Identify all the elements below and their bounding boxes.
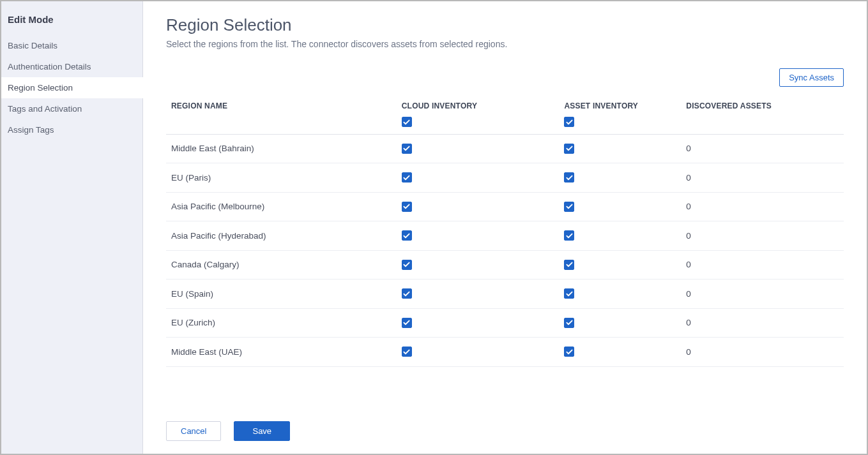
toolbar: Sync Assets [166,68,844,87]
asset-inventory-checkbox[interactable] [564,318,574,328]
sidebar-item-tags-and-activation[interactable]: Tags and Activation [1,98,142,119]
asset-inventory-checkbox[interactable] [564,172,574,183]
check-icon [566,261,573,268]
asset-inventory-checkbox[interactable] [564,347,574,357]
asset-inventory-cell [559,221,681,251]
table-row: Asia Pacific (Hyderabad)0 [166,221,844,251]
check-icon [403,174,410,181]
check-icon [403,261,410,268]
cloud-inventory-cell [397,192,560,221]
check-icon [403,203,410,210]
check-icon [566,203,573,210]
header-asset: ASSET INVENTORY [559,95,681,116]
region-name-cell: Middle East (UAE) [166,338,397,367]
save-button[interactable]: Save [234,421,290,441]
cloud-inventory-checkbox[interactable] [402,318,412,328]
select-all-asset-checkbox[interactable] [564,117,574,127]
check-icon [566,232,573,239]
region-name-cell: EU (Spain) [166,280,397,309]
check-icon [566,348,573,355]
check-icon [566,290,573,297]
region-table: REGION NAME CLOUD INVENTORY ASSET INVENT… [166,95,844,367]
table-row: Asia Pacific (Melbourne)0 [166,192,844,221]
check-icon [403,119,410,126]
sidebar-item-basic-details[interactable]: Basic Details [1,35,142,56]
check-icon [403,319,410,326]
asset-inventory-checkbox[interactable] [564,144,574,154]
page-title: Region Selection [166,15,844,35]
discovered-assets-cell: 0 [681,163,844,193]
region-name-cell: Asia Pacific (Melbourne) [166,192,397,221]
content-area: Region Selection Select the regions from… [143,1,867,410]
cancel-button[interactable]: Cancel [166,421,221,441]
cloud-inventory-cell [397,308,560,338]
asset-inventory-cell [559,250,681,280]
select-all-cloud-checkbox[interactable] [402,117,412,127]
cloud-inventory-checkbox[interactable] [402,230,412,241]
region-name-cell: Asia Pacific (Hyderabad) [166,221,397,251]
discovered-assets-cell: 0 [681,221,844,251]
cloud-inventory-cell [397,338,560,367]
check-icon [403,290,410,297]
asset-inventory-checkbox[interactable] [564,260,574,270]
cloud-inventory-cell [397,163,560,193]
asset-inventory-checkbox[interactable] [564,288,574,299]
header-region: REGION NAME [166,95,397,116]
table-row: EU (Zurich)0 [166,308,844,338]
check-icon [403,232,410,239]
check-icon [403,348,410,355]
header-discovered: DISCOVERED ASSETS [681,95,844,116]
region-name-cell: Canada (Calgary) [166,250,397,280]
footer: Cancel Save [143,410,867,454]
discovered-assets-cell: 0 [681,134,844,163]
cloud-inventory-cell [397,221,560,251]
asset-inventory-checkbox[interactable] [564,202,574,212]
cloud-inventory-checkbox[interactable] [402,144,412,154]
check-icon [566,119,573,126]
cloud-inventory-checkbox[interactable] [402,347,412,357]
discovered-assets-cell: 0 [681,308,844,338]
cloud-inventory-checkbox[interactable] [402,172,412,183]
check-icon [566,319,573,326]
sidebar-item-assign-tags[interactable]: Assign Tags [1,119,142,140]
sidebar-title: Edit Mode [1,5,142,35]
region-name-cell: EU (Paris) [166,163,397,193]
table-row: EU (Spain)0 [166,280,844,309]
sidebar-item-region-selection[interactable]: Region Selection [1,77,142,98]
cloud-inventory-checkbox[interactable] [402,260,412,270]
discovered-assets-cell: 0 [681,280,844,309]
check-icon [566,145,573,152]
table-row: EU (Paris)0 [166,163,844,193]
table-scroll[interactable]: REGION NAME CLOUD INVENTORY ASSET INVENT… [166,94,844,373]
asset-inventory-cell [559,280,681,309]
header-cloud: CLOUD INVENTORY [397,95,560,116]
cloud-inventory-cell [397,280,560,309]
table-row: Canada (Calgary)0 [166,250,844,280]
discovered-assets-cell: 0 [681,250,844,280]
asset-inventory-cell [559,163,681,193]
region-name-cell: EU (Zurich) [166,308,397,338]
cloud-inventory-cell [397,134,560,163]
region-name-cell: Middle East (Bahrain) [166,134,397,163]
main-panel: Region Selection Select the regions from… [143,1,867,454]
asset-inventory-checkbox[interactable] [564,230,574,241]
cloud-inventory-checkbox[interactable] [402,288,412,299]
table-row: Middle East (UAE)0 [166,338,844,367]
discovered-assets-cell: 0 [681,338,844,367]
sync-assets-button[interactable]: Sync Assets [779,68,844,87]
check-icon [566,174,573,181]
cloud-inventory-checkbox[interactable] [402,202,412,212]
sidebar: Edit Mode Basic DetailsAuthentication De… [1,1,143,454]
asset-inventory-cell [559,192,681,221]
sidebar-item-authentication-details[interactable]: Authentication Details [1,56,142,77]
discovered-assets-cell: 0 [681,192,844,221]
asset-inventory-cell [559,308,681,338]
check-icon [403,145,410,152]
asset-inventory-cell [559,134,681,163]
asset-inventory-cell [559,338,681,367]
cloud-inventory-cell [397,250,560,280]
modal-frame: Edit Mode Basic DetailsAuthentication De… [0,0,868,455]
page-subtitle: Select the regions from the list. The co… [166,39,844,49]
table-row: Middle East (Bahrain)0 [166,134,844,163]
